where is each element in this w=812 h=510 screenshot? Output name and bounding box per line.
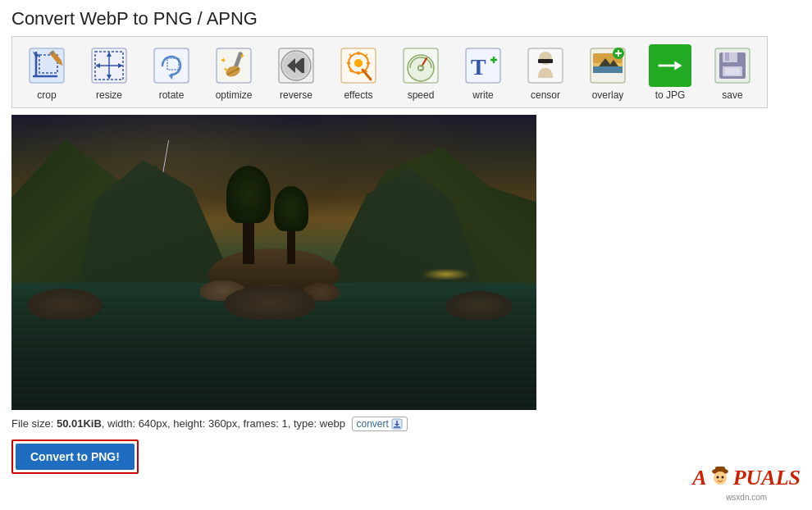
- svg-rect-19: [217, 48, 251, 83]
- tool-rotate[interactable]: rotate: [140, 40, 203, 104]
- crop-icon: [25, 44, 68, 87]
- save-icon: [711, 44, 754, 87]
- frames-value: 1: [282, 417, 288, 430]
- frames-label: , frames:: [237, 417, 281, 430]
- tool-tojpg[interactable]: to JPG: [639, 40, 701, 104]
- brand-puals: PUALS: [733, 466, 801, 490]
- svg-rect-71: [725, 52, 729, 61]
- censor-label: censor: [531, 89, 560, 101]
- tojpg-icon: [649, 44, 691, 87]
- foreground-rock3: [225, 285, 315, 320]
- overlay-icon: [586, 44, 629, 87]
- tree-right: [287, 211, 295, 264]
- convert-to-png-button[interactable]: Convert to PNG!: [16, 444, 135, 470]
- svg-point-81: [714, 471, 727, 485]
- censor-icon: [524, 44, 567, 87]
- resize-label: resize: [96, 89, 122, 101]
- svg-point-82: [716, 476, 718, 479]
- brand-mascot: [709, 463, 732, 493]
- svg-rect-73: [725, 68, 740, 75]
- background-lights: [422, 268, 471, 280]
- height-label: , height:: [167, 417, 208, 430]
- foreground-rocks: [11, 283, 536, 320]
- optimize-icon: ✦ ✦ ✦: [212, 44, 255, 87]
- svg-text:✦: ✦: [220, 56, 226, 65]
- svg-text:✦: ✦: [223, 66, 228, 72]
- svg-rect-55: [538, 59, 553, 63]
- tojpg-label: to JPG: [655, 89, 686, 101]
- convert-link-label: convert: [357, 418, 389, 430]
- svg-text:T: T: [471, 54, 486, 80]
- svg-rect-59: [593, 66, 623, 73]
- height-value: 360px: [208, 417, 237, 430]
- width-value: 640px: [139, 417, 167, 430]
- svg-rect-31: [302, 58, 304, 73]
- image-preview: [11, 115, 536, 410]
- width-label: , width:: [102, 417, 139, 430]
- svg-point-83: [721, 476, 723, 479]
- page-wrapper: Convert WebP to PNG / APNG: [0, 0, 812, 510]
- tool-crop[interactable]: crop: [16, 40, 78, 104]
- tool-optimize[interactable]: ✦ ✦ ✦ optimize: [203, 40, 265, 104]
- write-icon: T: [462, 44, 504, 87]
- svg-rect-70: [723, 52, 737, 62]
- tool-overlay[interactable]: overlay: [577, 40, 639, 104]
- tool-reverse[interactable]: reverse: [265, 40, 327, 104]
- branding: A PUALS: [692, 463, 801, 502]
- file-size-value: 50.01KiB: [57, 417, 102, 430]
- save-label: save: [722, 89, 742, 101]
- resize-icon: [88, 44, 130, 87]
- svg-text:✦: ✦: [239, 52, 245, 60]
- toolbar: crop resize: [11, 36, 768, 108]
- type-label: , type:: [288, 417, 320, 430]
- page-title: Convert WebP to PNG / APNG: [11, 8, 801, 30]
- file-size-label: File size:: [11, 417, 57, 430]
- rotate-label: rotate: [159, 89, 185, 101]
- rotate-icon: [150, 44, 193, 87]
- tree-left: [243, 198, 254, 264]
- type-value: webp: [320, 417, 345, 430]
- tool-save[interactable]: save: [701, 40, 764, 104]
- svg-point-34: [354, 59, 363, 67]
- convert-button-wrapper: Convert to PNG!: [11, 439, 139, 474]
- tojpg-bg: [649, 44, 691, 87]
- reverse-icon: [275, 44, 317, 87]
- speed-label: speed: [408, 89, 435, 101]
- file-info: File size: 50.01KiB, width: 640px, heigh…: [11, 417, 801, 431]
- overlay-label: overlay: [592, 89, 624, 101]
- tool-effects[interactable]: effects: [327, 40, 390, 104]
- tool-write[interactable]: T write: [452, 40, 514, 104]
- brand-a: A: [692, 466, 706, 490]
- crop-label: crop: [37, 89, 56, 101]
- brand-watermark: wsxdn.com: [726, 493, 767, 502]
- reverse-label: reverse: [280, 89, 312, 101]
- foreground-rock2: [446, 291, 512, 320]
- speed-icon: [399, 44, 442, 87]
- effects-label: effects: [344, 89, 372, 101]
- scene: [11, 115, 536, 410]
- effects-icon: [337, 44, 380, 87]
- download-icon: [391, 418, 403, 430]
- tool-censor[interactable]: censor: [514, 40, 577, 104]
- foreground-rock1: [28, 289, 102, 320]
- convert-link[interactable]: convert: [352, 417, 408, 431]
- tool-resize[interactable]: resize: [78, 40, 140, 104]
- optimize-label: optimize: [216, 89, 253, 101]
- tool-speed[interactable]: speed: [390, 40, 452, 104]
- write-label: write: [472, 89, 493, 101]
